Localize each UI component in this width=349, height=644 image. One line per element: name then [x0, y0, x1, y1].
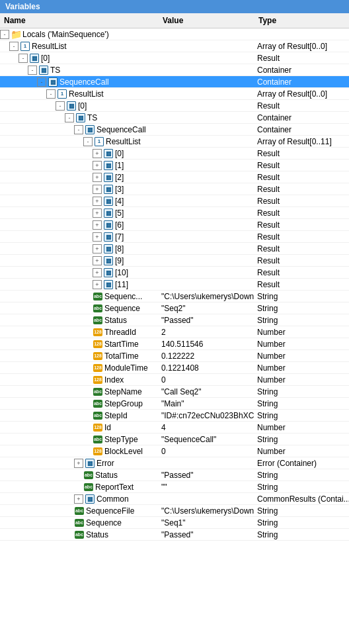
expand-icon[interactable]: +: [93, 244, 102, 253]
type-cell: Error (Container): [254, 459, 349, 468]
expand-icon[interactable]: +: [93, 268, 102, 277]
tree-row[interactable]: -▦[0]Result: [0, 52, 349, 64]
tree-row[interactable]: +▦CommonCommonResults (Contai...: [0, 493, 349, 505]
no-expander: [83, 340, 93, 349]
variable-name: [1]: [115, 161, 124, 170]
type-cell: Result: [254, 197, 349, 206]
expand-icon[interactable]: +: [93, 256, 102, 265]
tree-row[interactable]: abcStatus"Passed"String: [0, 469, 349, 481]
collapse-icon[interactable]: -: [28, 66, 37, 75]
tree-row[interactable]: abcStepName"Call Seq2"String: [0, 386, 349, 398]
tree-row[interactable]: abcStatus"Passed"String: [0, 314, 349, 326]
collapse-icon[interactable]: -: [19, 54, 28, 63]
tree-row[interactable]: +▦[4]Result: [0, 195, 349, 207]
variable-name: [2]: [115, 173, 124, 182]
array-icon: 1: [94, 136, 104, 147]
collapse-icon[interactable]: -: [65, 113, 74, 122]
expand-icon[interactable]: +: [93, 197, 102, 206]
expand-icon[interactable]: +: [74, 459, 83, 468]
tree-row[interactable]: -▦[0]Result: [0, 100, 349, 112]
locals-icon: 📁: [11, 29, 21, 40]
name-cell: abcStatus: [0, 315, 159, 326]
variable-name: Locals ('MainSequence'): [22, 30, 109, 39]
tree-row[interactable]: abcStepType"SequenceCall"String: [0, 434, 349, 445]
tree-row[interactable]: -▦TSContainer: [0, 112, 349, 124]
tree-row[interactable]: -▦TSContainer: [0, 64, 349, 76]
expand-icon[interactable]: +: [93, 220, 102, 230]
expand-icon[interactable]: +: [93, 185, 102, 194]
type-cell: Array of Result[0..0]: [254, 89, 349, 99]
type-cell: String: [254, 304, 349, 313]
expand-icon[interactable]: +: [93, 232, 102, 242]
type-cell: Result: [254, 149, 349, 158]
tree-row[interactable]: 128Index0Number: [0, 374, 349, 386]
name-cell: -1ResultList: [0, 136, 159, 147]
tree-row[interactable]: -1ResultListArray of Result[0..0]: [0, 40, 349, 52]
tree-row[interactable]: abcSequenceFile"C:\Users\ukemerys\Downlo…: [0, 505, 349, 517]
tree-row[interactable]: 128StartTime140.511546Number: [0, 338, 349, 350]
tree-row[interactable]: 128ThreadId2Number: [0, 326, 349, 338]
tree-row[interactable]: abcStepId"ID#:cn72ecCNu023BhXCHB..."Stri…: [0, 410, 349, 422]
no-expander: [83, 435, 93, 444]
type-cell: Number: [254, 340, 349, 349]
collapse-icon[interactable]: -: [9, 42, 19, 51]
tree-row[interactable]: +▦[8]Result: [0, 243, 349, 255]
tree-row[interactable]: -▦SequenceCallContainer: [0, 76, 349, 88]
tree-row[interactable]: -▦SequenceCallContainer: [0, 124, 349, 136]
tree-row[interactable]: +▦[5]Result: [0, 207, 349, 219]
tree-row[interactable]: +▦ErrorError (Container): [0, 457, 349, 469]
tree-row[interactable]: +▦[9]Result: [0, 255, 349, 267]
name-cell: 128Id: [0, 422, 159, 433]
tree-row[interactable]: abcSequence"Seq2"String: [0, 302, 349, 314]
tree-row[interactable]: 128Id4Number: [0, 422, 349, 434]
tree-row[interactable]: -📁Locals ('MainSequence'): [0, 28, 349, 40]
tree-row[interactable]: +▦[0]Result: [0, 148, 349, 160]
collapse-icon[interactable]: -: [37, 77, 46, 87]
tree-row[interactable]: abcReportText""String: [0, 481, 349, 493]
tree-row[interactable]: abcStepGroup"Main"String: [0, 398, 349, 410]
collapse-icon[interactable]: -: [56, 101, 65, 111]
tree-row[interactable]: abcSequence"Seq1"String: [0, 517, 349, 529]
tree-row[interactable]: 128BlockLevel0Number: [0, 445, 349, 457]
type-cell: Result: [254, 173, 349, 182]
tree-row[interactable]: +▦[11]Result: [0, 279, 349, 291]
tree-row[interactable]: 128TotalTime0.122222Number: [0, 350, 349, 362]
type-cell: Number: [254, 423, 349, 432]
variable-name: ResultList: [32, 42, 67, 51]
type-cell: String: [254, 483, 349, 492]
container-icon: ▦: [103, 232, 114, 242]
expand-icon[interactable]: +: [93, 208, 102, 218]
variable-name: SequenceFile: [86, 506, 134, 516]
collapse-icon[interactable]: -: [83, 137, 93, 146]
expand-icon[interactable]: +: [93, 173, 102, 182]
number-icon: 128: [93, 363, 103, 373]
expand-icon[interactable]: +: [93, 161, 102, 170]
type-cell: Result: [254, 268, 349, 277]
string-icon: abc: [93, 291, 103, 302]
value-cell: "Passed": [159, 530, 254, 539]
tree-row[interactable]: -1ResultListArray of Result[0..11]: [0, 136, 349, 148]
name-cell: abcStepGroup: [0, 398, 159, 409]
tree-row[interactable]: +▦[3]Result: [0, 183, 349, 195]
expand-icon[interactable]: +: [74, 494, 83, 504]
type-cell: Container: [254, 125, 349, 134]
tree-row[interactable]: +▦[7]Result: [0, 231, 349, 243]
tree-row[interactable]: 128ModuleTime0.1221408Number: [0, 362, 349, 374]
tree-row[interactable]: +▦[6]Result: [0, 219, 349, 231]
type-cell: Result: [254, 161, 349, 170]
value-cell: "C:\Users\ukemerys\Downlo...": [159, 506, 254, 516]
container-icon: ▦: [29, 53, 40, 64]
tree-row[interactable]: abcSequenc..."C:\Users\ukemerys\Downlo..…: [0, 291, 349, 302]
collapse-icon[interactable]: -: [0, 30, 9, 39]
tree-row[interactable]: +▦[2]Result: [0, 171, 349, 183]
collapse-icon[interactable]: -: [46, 89, 56, 99]
tree-row[interactable]: +▦[1]Result: [0, 160, 349, 171]
expand-icon[interactable]: +: [93, 149, 102, 158]
expand-icon[interactable]: +: [93, 280, 102, 289]
tree-row[interactable]: +▦[10]Result: [0, 267, 349, 279]
type-cell: String: [254, 387, 349, 396]
tree-row[interactable]: abcStatus"Passed"String: [0, 529, 349, 541]
tree-row[interactable]: -1ResultListArray of Result[0..0]: [0, 88, 349, 100]
collapse-icon[interactable]: -: [74, 125, 83, 134]
variable-name: Sequence: [104, 304, 140, 313]
